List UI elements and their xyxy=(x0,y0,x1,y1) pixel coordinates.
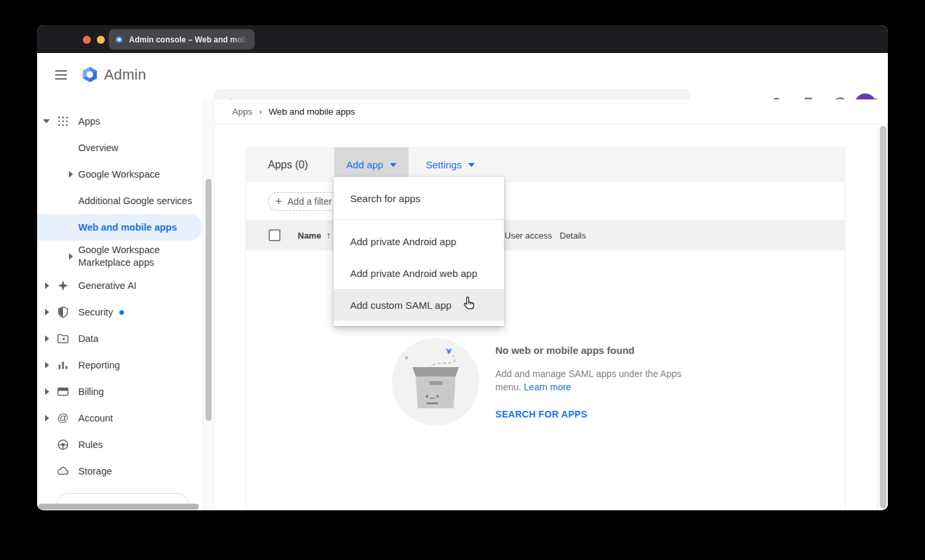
add-app-label: Add app xyxy=(346,159,383,170)
sidebar-item-storage[interactable]: Storage xyxy=(37,458,214,484)
brand[interactable]: Admin xyxy=(81,66,146,84)
app-header: Admin ? xyxy=(37,53,888,99)
shield-icon xyxy=(56,306,70,319)
sidebar-item-label: Data xyxy=(78,333,195,345)
breadcrumb-separator: › xyxy=(259,107,262,117)
folder-star-icon xyxy=(56,332,70,345)
empty-state-description: Add and manage SAML apps under the Apps … xyxy=(495,367,690,394)
sidebar-item-label: Rules xyxy=(78,439,195,451)
browser-window: Admin console – Web and mobile a Admin xyxy=(37,25,888,510)
sidebar-horizontal-scrollbar-thumb[interactable] xyxy=(38,504,199,510)
menu-divider xyxy=(334,219,504,220)
breadcrumb-current: Web and mobile apps xyxy=(269,107,355,117)
product-name: Admin xyxy=(104,66,146,84)
empty-state-title: No web or mobile apps found xyxy=(495,345,694,356)
chevron-down-icon xyxy=(43,119,50,123)
sort-ascending-icon[interactable]: ↑ xyxy=(326,230,331,241)
sidebar-nav: Apps Overview Google Workspace Additiona… xyxy=(37,99,214,510)
learn-more-link[interactable]: Learn more xyxy=(524,382,572,392)
chevron-right-icon xyxy=(69,171,73,178)
sidebar-item-label: Generative AI xyxy=(78,280,195,292)
main-content: Apps › Web and mobile apps Apps (0) Add … xyxy=(214,99,888,510)
select-all-checkbox[interactable] xyxy=(269,229,280,241)
menu-item-add-private-android-web-app[interactable]: Add private Android web app xyxy=(334,257,504,289)
sidebar-item-label: Storage xyxy=(78,465,195,478)
column-header-name[interactable]: Name xyxy=(298,231,321,241)
add-filter-label: Add a filter xyxy=(288,196,332,207)
menu-item-add-private-android-app[interactable]: Add private Android app xyxy=(334,225,504,257)
plus-icon: + xyxy=(275,196,282,207)
chevron-right-icon xyxy=(45,415,49,421)
chevron-right-icon xyxy=(45,309,49,315)
column-header-details[interactable]: Details xyxy=(560,231,586,241)
add-app-dropdown-menu: Search for apps Add private Android app … xyxy=(334,177,504,326)
close-window-button[interactable] xyxy=(83,36,91,44)
browser-tab[interactable]: Admin console – Web and mobile a xyxy=(109,29,255,50)
sidebar-item-label: Google Workspace xyxy=(78,168,195,181)
sidebar-item-label: Billing xyxy=(78,386,195,398)
sidebar-item-label: Security xyxy=(78,306,195,319)
sidebar-item-label: Google Workspace Marketplace apps xyxy=(78,244,195,269)
sidebar-item-google-workspace[interactable]: Google Workspace xyxy=(37,161,214,188)
admin-favicon-icon xyxy=(115,35,124,44)
sidebar-item-data[interactable]: Data xyxy=(37,325,214,352)
main-scrollbar[interactable] xyxy=(877,125,888,510)
sidebar-item-gw-marketplace-apps[interactable]: Google Workspace Marketplace apps xyxy=(37,241,214,272)
sparkle-icon xyxy=(56,279,70,292)
minimize-window-button[interactable] xyxy=(97,36,105,44)
sidebar-item-label: Overview xyxy=(78,142,195,154)
admin-logo-icon xyxy=(81,66,99,84)
breadcrumb: Apps › Web and mobile apps xyxy=(214,99,888,125)
steering-wheel-icon xyxy=(56,438,70,451)
main-scrollbar-thumb[interactable] xyxy=(880,126,887,508)
bar-chart-icon xyxy=(56,359,70,372)
screen: Admin console – Web and mobile a Admin xyxy=(0,0,925,560)
empty-box-illustration xyxy=(392,338,479,425)
credit-card-icon xyxy=(56,385,70,398)
chevron-right-icon xyxy=(45,388,49,395)
security-notification-dot xyxy=(119,310,124,315)
sidebar-item-account[interactable]: @ Account xyxy=(37,405,214,431)
cloud-icon xyxy=(56,465,70,478)
chevron-right-icon xyxy=(69,253,73,260)
apps-grid-icon xyxy=(56,115,70,128)
caret-down-icon xyxy=(468,163,475,167)
sidebar-item-label: Additional Google services xyxy=(78,195,195,207)
sidebar-item-overview[interactable]: Overview xyxy=(37,135,214,161)
sidebar-item-additional-google-services[interactable]: Additional Google services xyxy=(37,188,214,214)
sidebar-scrollbar[interactable] xyxy=(203,99,213,510)
column-header-user-access[interactable]: User access xyxy=(505,231,552,241)
sidebar-item-generative-ai[interactable]: Generative AI xyxy=(37,272,214,299)
empty-state: No web or mobile apps found Add and mana… xyxy=(495,345,694,420)
sidebar-item-rules[interactable]: Rules xyxy=(37,431,214,458)
browser-titlebar: Admin console – Web and mobile a xyxy=(37,25,888,53)
tab-title: Admin console – Web and mobile a xyxy=(129,35,249,44)
sidebar-scrollbar-thumb[interactable] xyxy=(206,179,212,421)
sidebar-item-billing[interactable]: Billing xyxy=(37,378,214,405)
sidebar-item-web-and-mobile-apps[interactable]: Web and mobile apps xyxy=(37,214,202,241)
settings-label: Settings xyxy=(426,159,462,170)
menu-item-add-custom-saml-app[interactable]: Add custom SAML app xyxy=(334,289,504,321)
breadcrumb-apps-link[interactable]: Apps xyxy=(232,107,253,117)
add-filter-chip[interactable]: + Add a filter xyxy=(268,192,341,211)
menu-hamburger-icon[interactable] xyxy=(55,70,67,80)
sidebar-item-reporting[interactable]: Reporting xyxy=(37,352,214,378)
apps-count-title: Apps (0) xyxy=(268,159,308,171)
search-for-apps-link[interactable]: SEARCH FOR APPS xyxy=(495,409,694,420)
chevron-right-icon xyxy=(45,362,49,368)
caret-down-icon xyxy=(390,163,397,167)
chevron-right-icon xyxy=(45,282,49,289)
sidebar-item-security[interactable]: Security xyxy=(37,299,214,325)
sidebar-item-label: Apps xyxy=(78,115,195,128)
sidebar-item-label: Reporting xyxy=(78,359,195,372)
sidebar-item-label: Web and mobile apps xyxy=(78,221,184,234)
chevron-right-icon xyxy=(45,335,49,342)
at-sign-icon: @ xyxy=(56,412,70,425)
menu-item-search-for-apps[interactable]: Search for apps xyxy=(334,182,504,214)
sidebar-item-label: Account xyxy=(78,412,195,425)
sidebar-item-apps[interactable]: Apps xyxy=(37,108,214,135)
